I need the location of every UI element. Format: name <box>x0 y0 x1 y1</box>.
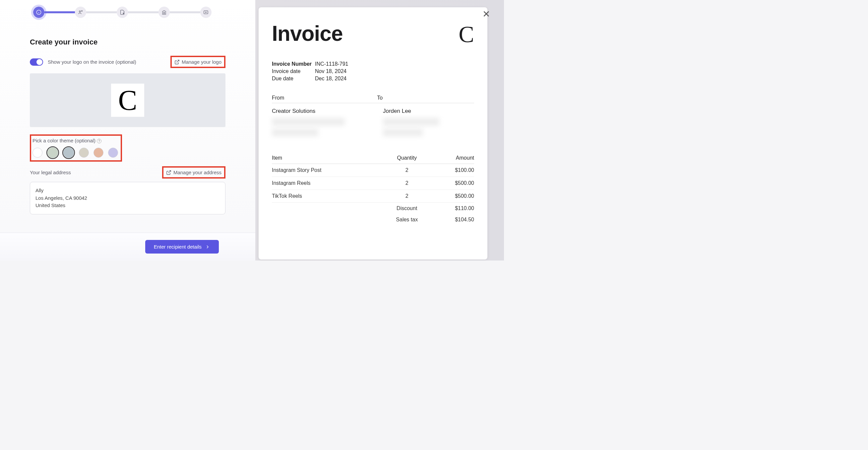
step-1-info-icon[interactable] <box>33 7 44 18</box>
svg-line-14 <box>168 171 171 173</box>
invoice-preview: Invoice C Invoice Number INC-1118-791 In… <box>258 7 487 259</box>
svg-rect-11 <box>204 10 208 13</box>
swatch-sand[interactable] <box>79 148 89 158</box>
swatch-lavender[interactable] <box>108 148 118 158</box>
col-item: Item <box>272 152 382 164</box>
from-name: Creator Solutions <box>272 108 363 114</box>
tax-label: Sales tax <box>382 214 431 225</box>
show-logo-toggle[interactable] <box>30 58 43 66</box>
discount-value: $110.00 <box>431 203 474 215</box>
col-quantity: Quantity <box>382 152 431 164</box>
line-items-table: Item Quantity Amount Instagram Story Pos… <box>272 152 474 225</box>
step-4-bank-icon[interactable] <box>158 7 170 18</box>
show-logo-label: Show your logo on the invoice (optional) <box>48 59 136 65</box>
logo-c-mark: C <box>111 84 144 117</box>
color-theme-label: Pick a color theme (optional)? <box>32 138 101 143</box>
table-row: Instagram Story Post2$100.00 <box>272 164 474 177</box>
logo-preview: C <box>30 73 225 127</box>
from-label: From <box>272 95 284 101</box>
table-row: TikTok Reels2$500.00 <box>272 190 474 203</box>
col-amount: Amount <box>431 152 474 164</box>
invoice-title: Invoice <box>272 21 343 46</box>
due-date-value: Dec 18, 2024 <box>315 76 474 82</box>
address-display: Ally Los Angeles, CA 90042 United States <box>30 182 225 215</box>
manage-logo-button[interactable]: Manage your logo <box>170 56 225 68</box>
swatch-sage[interactable] <box>47 147 58 158</box>
redacted-from-address <box>272 118 345 126</box>
legal-address-label: Your legal address <box>30 170 71 175</box>
svg-point-3 <box>79 10 81 12</box>
swatch-peach[interactable] <box>93 148 103 158</box>
svg-point-12 <box>206 12 207 13</box>
to-name: Jorden Lee <box>383 108 474 114</box>
invoice-date-value: Nov 18, 2024 <box>315 68 474 74</box>
help-icon[interactable]: ? <box>97 139 101 143</box>
swatch-white[interactable] <box>32 148 42 158</box>
table-row: Instagram Reels2$500.00 <box>272 177 474 190</box>
close-icon[interactable]: ✕ <box>483 9 490 20</box>
invoice-logo: C <box>459 21 474 48</box>
progress-stepper <box>33 7 225 18</box>
svg-line-13 <box>177 60 179 62</box>
svg-point-4 <box>82 10 83 11</box>
invoice-number-label: Invoice Number <box>272 61 315 67</box>
manage-address-button[interactable]: Manage your address <box>162 166 225 178</box>
svg-point-5 <box>123 13 124 14</box>
external-link-icon <box>175 59 180 65</box>
page-title: Create your invoice <box>30 38 225 47</box>
redacted-to-address <box>383 118 439 126</box>
enter-recipient-details-button[interactable]: Enter recipient details <box>145 240 219 254</box>
discount-label: Discount <box>382 203 431 215</box>
invoice-number-value: INC-1118-791 <box>315 61 474 67</box>
chevron-right-icon <box>205 244 210 250</box>
due-date-label: Due date <box>272 76 315 82</box>
tax-value: $104.50 <box>431 214 474 225</box>
step-3-document-icon[interactable] <box>117 7 128 18</box>
external-link-icon <box>166 170 172 175</box>
swatch-slate[interactable] <box>63 147 74 158</box>
step-5-preview-icon[interactable] <box>200 7 212 18</box>
to-label: To <box>377 95 474 101</box>
color-theme-section: Pick a color theme (optional)? <box>30 134 122 162</box>
step-2-recipient-icon[interactable] <box>75 7 86 18</box>
invoice-date-label: Invoice date <box>272 68 315 74</box>
